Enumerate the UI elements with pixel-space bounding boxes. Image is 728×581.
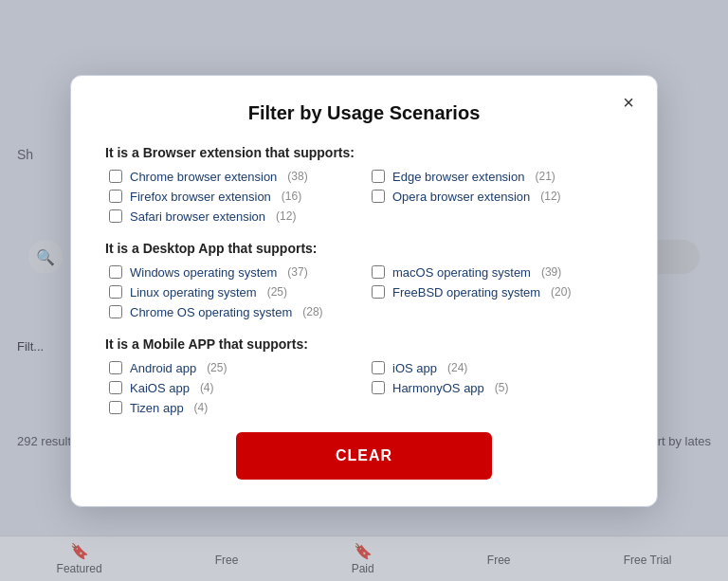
checkbox-item-safari[interactable]: Safari browser extension (12) (109, 209, 360, 224)
checkbox-chrome[interactable] (109, 170, 122, 183)
label-ios: iOS app (392, 361, 437, 375)
checkbox-item-linux[interactable]: Linux operating system (25) (109, 285, 360, 300)
checkbox-windows[interactable] (109, 265, 122, 279)
checkbox-linux[interactable] (109, 285, 122, 299)
checkbox-ios[interactable] (372, 361, 385, 374)
checkbox-item-macos[interactable]: macOS operating system (39) (372, 265, 623, 280)
label-macos: macOS operating system (392, 265, 531, 280)
desktop-app-grid: Windows operating system (37) macOS oper… (105, 265, 623, 319)
mobile-app-grid: Android app (25) iOS app (24) KaiOS app … (105, 361, 623, 415)
checkbox-item-chromeos[interactable]: Chrome OS operating system (28) (109, 305, 360, 319)
label-windows: Windows operating system (130, 265, 277, 280)
count-tizen: (4) (194, 401, 209, 414)
checkbox-firefox[interactable] (109, 190, 122, 203)
checkbox-item-tizen[interactable]: Tizen app (4) (109, 401, 360, 415)
clear-button[interactable]: CLEAR (236, 432, 492, 480)
modal-backdrop: × Filter by Usage Scenarios It is a Brow… (0, 0, 728, 581)
checkbox-edge[interactable] (372, 170, 385, 183)
filter-modal: × Filter by Usage Scenarios It is a Brow… (70, 75, 658, 507)
checkbox-opera[interactable] (372, 190, 385, 203)
label-android: Android app (130, 361, 196, 375)
label-edge: Edge browser extension (392, 170, 524, 184)
label-freebsd: FreeBSD operating system (392, 285, 540, 300)
label-chrome: Chrome browser extension (130, 170, 277, 184)
label-opera: Opera browser extension (392, 190, 530, 204)
checkbox-freebsd[interactable] (372, 285, 385, 299)
checkbox-item-windows[interactable]: Windows operating system (37) (109, 265, 360, 280)
checkbox-item-firefox[interactable]: Firefox browser extension (16) (109, 190, 360, 204)
close-button[interactable]: × (617, 91, 640, 114)
count-macos: (39) (541, 265, 561, 279)
count-opera: (12) (540, 190, 560, 203)
checkbox-tizen[interactable] (109, 401, 122, 414)
checkbox-macos[interactable] (372, 265, 385, 279)
browser-extension-title: It is a Browser extension that supports: (105, 145, 623, 160)
count-freebsd: (20) (551, 285, 571, 299)
count-firefox: (16) (282, 190, 301, 203)
checkbox-android[interactable] (109, 361, 122, 374)
browser-extension-section: It is a Browser extension that supports:… (105, 145, 623, 224)
count-ios: (24) (447, 361, 467, 374)
checkbox-harmonyos[interactable] (372, 381, 385, 394)
label-linux: Linux operating system (130, 285, 257, 300)
count-harmonyos: (5) (495, 381, 509, 394)
checkbox-item-chrome[interactable]: Chrome browser extension (38) (109, 170, 360, 184)
label-tizen: Tizen app (130, 401, 184, 415)
count-edge: (21) (535, 170, 555, 183)
label-safari: Safari browser extension (130, 209, 265, 224)
checkbox-kaios[interactable] (109, 381, 122, 394)
checkbox-item-freebsd[interactable]: FreeBSD operating system (20) (372, 285, 623, 300)
checkbox-item-ios[interactable]: iOS app (24) (372, 361, 623, 375)
count-windows: (37) (287, 265, 307, 279)
checkbox-item-harmonyos[interactable]: HarmonyOS app (5) (372, 381, 623, 395)
label-harmonyos: HarmonyOS app (392, 381, 484, 395)
mobile-app-title: It is a Mobile APP that supports: (105, 336, 623, 352)
checkbox-item-android[interactable]: Android app (25) (109, 361, 360, 375)
checkbox-item-kaios[interactable]: KaiOS app (4) (109, 381, 360, 395)
count-chromeos: (28) (302, 305, 322, 318)
count-chrome: (38) (287, 170, 307, 183)
browser-extension-grid: Chrome browser extension (38) Edge brows… (105, 170, 623, 224)
checkbox-safari[interactable] (109, 209, 122, 223)
checkbox-chromeos[interactable] (109, 305, 122, 318)
label-kaios: KaiOS app (130, 381, 190, 395)
count-safari: (12) (276, 209, 296, 223)
mobile-app-section: It is a Mobile APP that supports: Androi… (105, 336, 623, 415)
count-android: (25) (207, 361, 227, 374)
checkbox-item-opera[interactable]: Opera browser extension (12) (372, 190, 623, 204)
desktop-app-title: It is a Desktop App that supports: (105, 241, 623, 256)
modal-title: Filter by Usage Scenarios (105, 102, 623, 124)
desktop-app-section: It is a Desktop App that supports: Windo… (105, 241, 623, 319)
count-linux: (25) (267, 285, 287, 299)
checkbox-item-edge[interactable]: Edge browser extension (21) (372, 170, 623, 184)
label-chromeos: Chrome OS operating system (130, 305, 292, 319)
label-firefox: Firefox browser extension (130, 190, 271, 204)
count-kaios: (4) (200, 381, 214, 394)
